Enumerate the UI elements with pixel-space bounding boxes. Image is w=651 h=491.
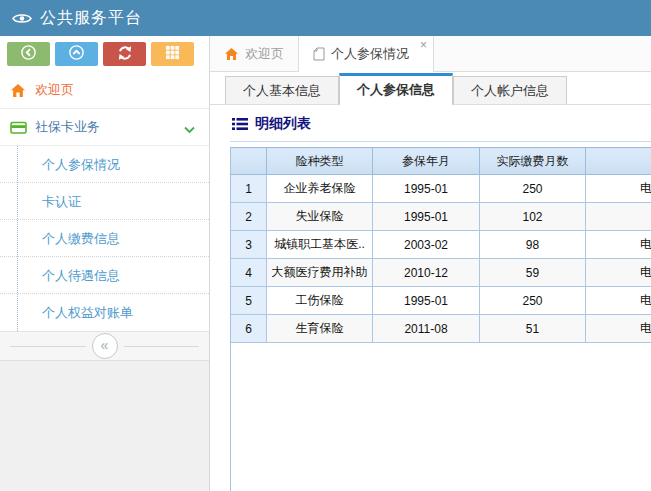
sidebar-collapse-bar: «	[0, 332, 209, 361]
enroll-month-cell: 2010-12	[373, 259, 480, 287]
sidebar-item-label: 欢迎页	[35, 81, 74, 99]
app-header: 公共服务平台	[0, 0, 651, 36]
document-icon	[313, 47, 325, 61]
sidebar-back-button[interactable]	[7, 42, 50, 66]
divider	[124, 346, 200, 347]
refresh-icon	[117, 45, 133, 64]
table-row[interactable]: 3城镇职工基本医..2003-0298电	[231, 231, 651, 259]
insurance-type-cell: 失业保险	[267, 203, 373, 231]
row-number-cell: 1	[231, 175, 267, 203]
scroll-top-button[interactable]	[55, 42, 98, 66]
sidebar-item-welcome[interactable]: 欢迎页	[0, 72, 209, 109]
row-number-cell: 6	[231, 315, 267, 343]
tab-account-info[interactable]: 个人帐户信息	[453, 76, 567, 104]
col-row-number[interactable]	[231, 148, 267, 175]
tab-welcome[interactable]: 欢迎页	[210, 36, 299, 71]
eye-icon	[12, 12, 32, 25]
insurance-type-cell: 大额医疗费用补助	[267, 259, 373, 287]
card-icon	[10, 120, 27, 135]
col-extra[interactable]	[586, 148, 651, 175]
sidebar-toolbar	[0, 36, 209, 72]
insurance-type-cell: 生育保险	[267, 315, 373, 343]
paid-months-cell: 102	[480, 203, 586, 231]
detail-grid-panel: 险种类型 参保年月 实际缴费月数 1企业养老保险1995-01250电2失业保险…	[230, 147, 651, 491]
chevron-up-circle-icon	[68, 44, 85, 64]
paid-months-cell: 98	[480, 231, 586, 259]
tab-basic-info[interactable]: 个人基本信息	[225, 76, 339, 104]
chevron-left-circle-icon	[20, 44, 37, 64]
row-number-cell: 4	[231, 259, 267, 287]
sidebar-item-rights-statement[interactable]: 个人权益对账单	[0, 294, 209, 331]
detail-grid-body: 1企业养老保险1995-01250电2失业保险1995-011023城镇职工基本…	[231, 175, 651, 343]
row-number-cell: 5	[231, 287, 267, 315]
paid-months-cell: 51	[480, 315, 586, 343]
main-content: 欢迎页 个人参保情况 × 个人基本信息 个人参保信息 个人帐户信息	[210, 36, 651, 491]
sidebar-item-label: 社保卡业务	[35, 118, 100, 136]
extra-cell: 电	[586, 175, 651, 203]
insurance-type-cell: 企业养老保险	[267, 175, 373, 203]
table-row[interactable]: 1企业养老保险1995-01250电	[231, 175, 651, 203]
insurance-type-cell: 城镇职工基本医..	[267, 231, 373, 259]
extra-cell	[586, 203, 651, 231]
collapse-sidebar-button[interactable]: «	[92, 333, 118, 359]
insurance-type-cell: 工伤保险	[267, 287, 373, 315]
list-icon	[232, 117, 248, 131]
paid-months-cell: 250	[480, 175, 586, 203]
enroll-month-cell: 1995-01	[373, 175, 480, 203]
section-title: 明细列表	[255, 115, 311, 133]
sidebar-item-card-auth[interactable]: 卡认证	[0, 183, 209, 220]
row-number-cell: 2	[231, 203, 267, 231]
paid-months-cell: 59	[480, 259, 586, 287]
close-icon[interactable]: ×	[420, 38, 427, 52]
menu-grid-button[interactable]	[151, 42, 194, 66]
col-insurance-type[interactable]: 险种类型	[267, 148, 373, 175]
submenu-guide-line	[17, 146, 18, 331]
tab-insurance-info[interactable]: 个人参保信息	[339, 73, 453, 105]
extra-cell: 电	[586, 287, 651, 315]
sidebar: 欢迎页 社保卡业务 个人参保情况 卡认证 个人缴费信息 个人待遇信息 个人权益对…	[0, 36, 210, 491]
tab-personal-insurance[interactable]: 个人参保情况 ×	[299, 36, 434, 72]
table-row[interactable]: 5工伤保险1995-01250电	[231, 287, 651, 315]
table-row[interactable]: 6生育保险2011-0851电	[231, 315, 651, 343]
detail-table: 险种类型 参保年月 实际缴费月数 1企业养老保险1995-01250电2失业保险…	[230, 147, 651, 343]
sidebar-item-social-card[interactable]: 社保卡业务	[0, 109, 209, 146]
table-row[interactable]: 2失业保险1995-01102	[231, 203, 651, 231]
table-row[interactable]: 4大额医疗费用补助2010-1259电	[231, 259, 651, 287]
refresh-button[interactable]	[103, 42, 146, 66]
tab-label: 个人参保情况	[331, 45, 409, 63]
enroll-month-cell: 1995-01	[373, 203, 480, 231]
sidebar-filler	[0, 361, 209, 491]
paid-months-cell: 250	[480, 287, 586, 315]
tab-content: 个人基本信息 个人参保信息 个人帐户信息 明细列表	[210, 72, 651, 491]
extra-cell: 电	[586, 231, 651, 259]
table-header-row: 险种类型 参保年月 实际缴费月数	[231, 148, 651, 175]
divider	[10, 346, 86, 347]
grid-icon	[165, 45, 180, 63]
extra-cell: 电	[586, 259, 651, 287]
tab-label: 欢迎页	[245, 45, 284, 63]
row-number-cell: 3	[231, 231, 267, 259]
sidebar-item-personal-insurance[interactable]: 个人参保情况	[0, 146, 209, 183]
col-enroll-month[interactable]: 参保年月	[373, 148, 480, 175]
col-paid-months[interactable]: 实际缴费月数	[480, 148, 586, 175]
section-header: 明细列表	[230, 105, 651, 142]
chevron-down-icon	[184, 122, 195, 137]
enroll-month-cell: 1995-01	[373, 287, 480, 315]
sidebar-item-benefit-info[interactable]: 个人待遇信息	[0, 257, 209, 294]
tab-bar: 欢迎页 个人参保情况 ×	[210, 36, 651, 72]
sidebar-item-payment-info[interactable]: 个人缴费信息	[0, 220, 209, 257]
app-title: 公共服务平台	[40, 8, 142, 29]
extra-cell: 电	[586, 315, 651, 343]
home-icon	[10, 83, 27, 98]
home-icon	[224, 47, 239, 61]
inner-tab-bar: 个人基本信息 个人参保信息 个人帐户信息	[210, 72, 651, 105]
sidebar-submenu: 个人参保情况 卡认证 个人缴费信息 个人待遇信息 个人权益对账单	[0, 146, 209, 332]
enroll-month-cell: 2011-08	[373, 315, 480, 343]
enroll-month-cell: 2003-02	[373, 231, 480, 259]
